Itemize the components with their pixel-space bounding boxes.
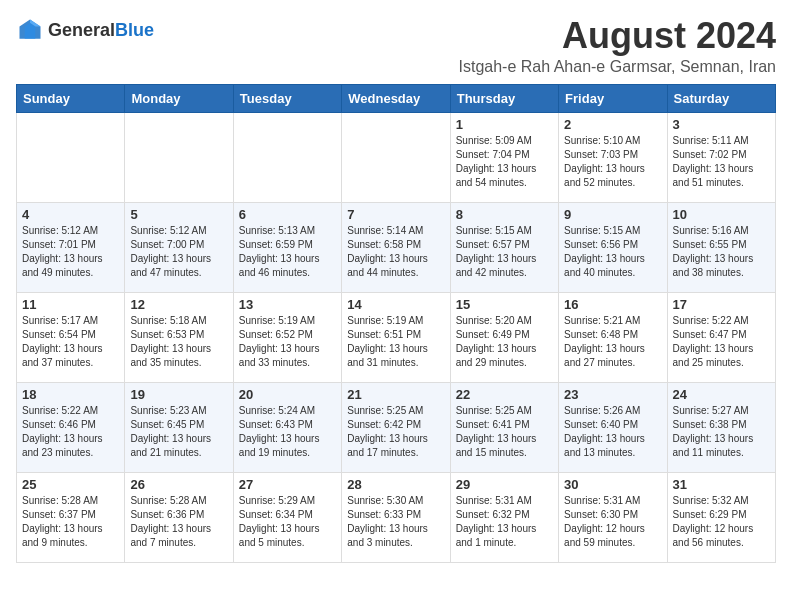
day-info: Sunrise: 5:11 AM Sunset: 7:02 PM Dayligh…: [673, 134, 770, 190]
day-cell-1-5: 9Sunrise: 5:15 AM Sunset: 6:56 PM Daylig…: [559, 202, 667, 292]
day-info: Sunrise: 5:32 AM Sunset: 6:29 PM Dayligh…: [673, 494, 770, 550]
day-cell-4-0: 25Sunrise: 5:28 AM Sunset: 6:37 PM Dayli…: [17, 472, 125, 562]
day-info: Sunrise: 5:12 AM Sunset: 7:00 PM Dayligh…: [130, 224, 227, 280]
day-cell-1-3: 7Sunrise: 5:14 AM Sunset: 6:58 PM Daylig…: [342, 202, 450, 292]
day-number: 28: [347, 477, 444, 492]
day-number: 13: [239, 297, 336, 312]
day-info: Sunrise: 5:10 AM Sunset: 7:03 PM Dayligh…: [564, 134, 661, 190]
day-info: Sunrise: 5:12 AM Sunset: 7:01 PM Dayligh…: [22, 224, 119, 280]
day-cell-3-1: 19Sunrise: 5:23 AM Sunset: 6:45 PM Dayli…: [125, 382, 233, 472]
week-row-1: 1Sunrise: 5:09 AM Sunset: 7:04 PM Daylig…: [17, 112, 776, 202]
week-row-5: 25Sunrise: 5:28 AM Sunset: 6:37 PM Dayli…: [17, 472, 776, 562]
calendar-subtitle: Istgah-e Rah Ahan-e Garmsar, Semnan, Ira…: [459, 58, 777, 76]
day-info: Sunrise: 5:20 AM Sunset: 6:49 PM Dayligh…: [456, 314, 553, 370]
day-info: Sunrise: 5:23 AM Sunset: 6:45 PM Dayligh…: [130, 404, 227, 460]
day-cell-3-5: 23Sunrise: 5:26 AM Sunset: 6:40 PM Dayli…: [559, 382, 667, 472]
day-number: 26: [130, 477, 227, 492]
day-cell-4-3: 28Sunrise: 5:30 AM Sunset: 6:33 PM Dayli…: [342, 472, 450, 562]
day-cell-1-6: 10Sunrise: 5:16 AM Sunset: 6:55 PM Dayli…: [667, 202, 775, 292]
day-cell-4-4: 29Sunrise: 5:31 AM Sunset: 6:32 PM Dayli…: [450, 472, 558, 562]
logo-general: General: [48, 21, 115, 39]
day-info: Sunrise: 5:15 AM Sunset: 6:57 PM Dayligh…: [456, 224, 553, 280]
header-tuesday: Tuesday: [233, 84, 341, 112]
day-cell-2-1: 12Sunrise: 5:18 AM Sunset: 6:53 PM Dayli…: [125, 292, 233, 382]
header-thursday: Thursday: [450, 84, 558, 112]
day-info: Sunrise: 5:24 AM Sunset: 6:43 PM Dayligh…: [239, 404, 336, 460]
week-row-4: 18Sunrise: 5:22 AM Sunset: 6:46 PM Dayli…: [17, 382, 776, 472]
header-saturday: Saturday: [667, 84, 775, 112]
day-cell-0-3: [342, 112, 450, 202]
day-number: 7: [347, 207, 444, 222]
day-info: Sunrise: 5:19 AM Sunset: 6:52 PM Dayligh…: [239, 314, 336, 370]
logo-blue: Blue: [115, 21, 154, 39]
day-cell-3-6: 24Sunrise: 5:27 AM Sunset: 6:38 PM Dayli…: [667, 382, 775, 472]
day-number: 21: [347, 387, 444, 402]
day-cell-1-1: 5Sunrise: 5:12 AM Sunset: 7:00 PM Daylig…: [125, 202, 233, 292]
header-wednesday: Wednesday: [342, 84, 450, 112]
title-area: August 2024 Istgah-e Rah Ahan-e Garmsar,…: [459, 16, 777, 76]
logo-icon: [16, 16, 44, 44]
day-cell-3-3: 21Sunrise: 5:25 AM Sunset: 6:42 PM Dayli…: [342, 382, 450, 472]
day-cell-2-0: 11Sunrise: 5:17 AM Sunset: 6:54 PM Dayli…: [17, 292, 125, 382]
logo: General Blue: [16, 16, 154, 44]
day-cell-4-6: 31Sunrise: 5:32 AM Sunset: 6:29 PM Dayli…: [667, 472, 775, 562]
day-info: Sunrise: 5:17 AM Sunset: 6:54 PM Dayligh…: [22, 314, 119, 370]
day-number: 12: [130, 297, 227, 312]
day-cell-3-2: 20Sunrise: 5:24 AM Sunset: 6:43 PM Dayli…: [233, 382, 341, 472]
day-info: Sunrise: 5:30 AM Sunset: 6:33 PM Dayligh…: [347, 494, 444, 550]
day-number: 1: [456, 117, 553, 132]
day-number: 17: [673, 297, 770, 312]
day-number: 29: [456, 477, 553, 492]
day-cell-3-4: 22Sunrise: 5:25 AM Sunset: 6:41 PM Dayli…: [450, 382, 558, 472]
week-row-2: 4Sunrise: 5:12 AM Sunset: 7:01 PM Daylig…: [17, 202, 776, 292]
day-info: Sunrise: 5:14 AM Sunset: 6:58 PM Dayligh…: [347, 224, 444, 280]
day-info: Sunrise: 5:27 AM Sunset: 6:38 PM Dayligh…: [673, 404, 770, 460]
day-cell-4-1: 26Sunrise: 5:28 AM Sunset: 6:36 PM Dayli…: [125, 472, 233, 562]
day-number: 15: [456, 297, 553, 312]
day-cell-2-6: 17Sunrise: 5:22 AM Sunset: 6:47 PM Dayli…: [667, 292, 775, 382]
day-number: 24: [673, 387, 770, 402]
day-info: Sunrise: 5:19 AM Sunset: 6:51 PM Dayligh…: [347, 314, 444, 370]
day-number: 31: [673, 477, 770, 492]
week-row-3: 11Sunrise: 5:17 AM Sunset: 6:54 PM Dayli…: [17, 292, 776, 382]
day-info: Sunrise: 5:25 AM Sunset: 6:42 PM Dayligh…: [347, 404, 444, 460]
day-number: 10: [673, 207, 770, 222]
day-cell-2-5: 16Sunrise: 5:21 AM Sunset: 6:48 PM Dayli…: [559, 292, 667, 382]
day-number: 8: [456, 207, 553, 222]
day-number: 14: [347, 297, 444, 312]
day-number: 11: [22, 297, 119, 312]
day-cell-0-2: [233, 112, 341, 202]
day-number: 27: [239, 477, 336, 492]
day-number: 22: [456, 387, 553, 402]
header-monday: Monday: [125, 84, 233, 112]
day-info: Sunrise: 5:22 AM Sunset: 6:46 PM Dayligh…: [22, 404, 119, 460]
day-info: Sunrise: 5:26 AM Sunset: 6:40 PM Dayligh…: [564, 404, 661, 460]
header: General Blue August 2024 Istgah-e Rah Ah…: [16, 16, 776, 76]
day-cell-0-1: [125, 112, 233, 202]
day-number: 4: [22, 207, 119, 222]
day-number: 16: [564, 297, 661, 312]
day-number: 23: [564, 387, 661, 402]
day-cell-1-4: 8Sunrise: 5:15 AM Sunset: 6:57 PM Daylig…: [450, 202, 558, 292]
day-number: 30: [564, 477, 661, 492]
day-number: 9: [564, 207, 661, 222]
day-info: Sunrise: 5:25 AM Sunset: 6:41 PM Dayligh…: [456, 404, 553, 460]
day-info: Sunrise: 5:29 AM Sunset: 6:34 PM Dayligh…: [239, 494, 336, 550]
day-cell-2-3: 14Sunrise: 5:19 AM Sunset: 6:51 PM Dayli…: [342, 292, 450, 382]
day-number: 2: [564, 117, 661, 132]
day-number: 3: [673, 117, 770, 132]
day-info: Sunrise: 5:28 AM Sunset: 6:37 PM Dayligh…: [22, 494, 119, 550]
day-info: Sunrise: 5:16 AM Sunset: 6:55 PM Dayligh…: [673, 224, 770, 280]
header-sunday: Sunday: [17, 84, 125, 112]
day-cell-1-2: 6Sunrise: 5:13 AM Sunset: 6:59 PM Daylig…: [233, 202, 341, 292]
day-number: 25: [22, 477, 119, 492]
day-cell-1-0: 4Sunrise: 5:12 AM Sunset: 7:01 PM Daylig…: [17, 202, 125, 292]
day-info: Sunrise: 5:15 AM Sunset: 6:56 PM Dayligh…: [564, 224, 661, 280]
header-row: Sunday Monday Tuesday Wednesday Thursday…: [17, 84, 776, 112]
calendar-title: August 2024: [459, 16, 777, 56]
day-cell-0-0: [17, 112, 125, 202]
day-cell-4-2: 27Sunrise: 5:29 AM Sunset: 6:34 PM Dayli…: [233, 472, 341, 562]
day-cell-2-4: 15Sunrise: 5:20 AM Sunset: 6:49 PM Dayli…: [450, 292, 558, 382]
day-cell-0-6: 3Sunrise: 5:11 AM Sunset: 7:02 PM Daylig…: [667, 112, 775, 202]
day-info: Sunrise: 5:21 AM Sunset: 6:48 PM Dayligh…: [564, 314, 661, 370]
